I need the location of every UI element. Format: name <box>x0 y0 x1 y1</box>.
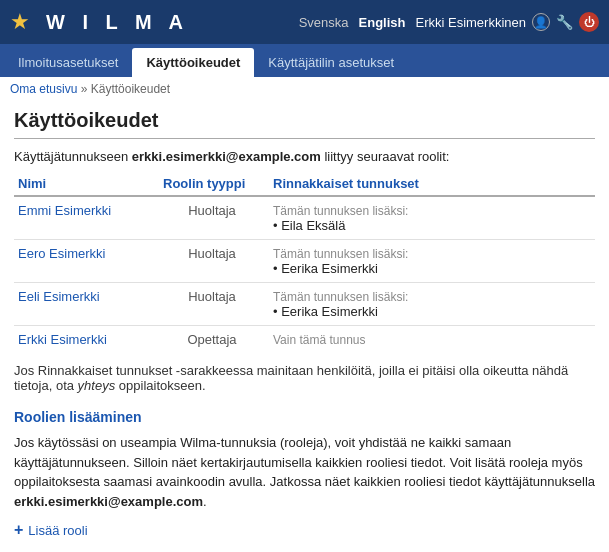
cell-role: Huoltaja <box>159 240 269 283</box>
wrench-icon[interactable]: 🔧 <box>556 14 573 30</box>
cell-name[interactable]: Eeli Esimerkki <box>14 283 159 326</box>
breadcrumb: Oma etusivu » Käyttöoikeudet <box>0 77 609 101</box>
plus-icon: + <box>14 521 23 539</box>
header-links: Svenska English Erkki Esimerkkinen 👤 🔧 ⏻ <box>299 12 599 32</box>
page-title: Käyttöoikeudet <box>14 109 595 139</box>
cell-parallel: Tämän tunnuksen lisäksi:• Eila Eksälä <box>269 196 595 240</box>
section-email: erkki.esimerkki@example.com <box>14 494 203 509</box>
breadcrumb-current: Käyttöoikeudet <box>91 82 170 96</box>
cell-role: Opettaja <box>159 326 269 354</box>
col-header-parallel: Rinnakkaiset tunnukset <box>269 172 595 196</box>
permissions-table: Nimi Roolin tyyppi Rinnakkaiset tunnukse… <box>14 172 595 353</box>
power-icon[interactable]: ⏻ <box>579 12 599 32</box>
parallel-info-text: Jos Rinnakkaiset tunnukset -sarakkeessa … <box>14 363 595 393</box>
breadcrumb-separator: » <box>81 82 88 96</box>
cell-name[interactable]: Erkki Esimerkki <box>14 326 159 354</box>
tab-kayttooikeudet[interactable]: Käyttöoikeudet <box>132 48 254 77</box>
header: ★ W I L M A Svenska English Erkki Esimer… <box>0 0 609 44</box>
cell-role: Huoltaja <box>159 196 269 240</box>
add-role-link[interactable]: + Lisää rooli <box>14 521 595 539</box>
tab-kayttajatilin-asetukset[interactable]: Käyttäjätilin asetukset <box>254 48 408 77</box>
cell-parallel: Tämän tunnuksen lisäksi:• Eerika Esimerk… <box>269 240 595 283</box>
add-role-label: Lisää rooli <box>28 523 87 538</box>
user-email: erkki.esimerkki@example.com <box>132 149 321 164</box>
cell-parallel: Vain tämä tunnus <box>269 326 595 354</box>
table-row: Emmi EsimerkkiHuoltajaTämän tunnuksen li… <box>14 196 595 240</box>
col-header-role: Roolin tyyppi <box>159 172 269 196</box>
table-row: Eeli EsimerkkiHuoltajaTämän tunnuksen li… <box>14 283 595 326</box>
cell-role: Huoltaja <box>159 283 269 326</box>
section-title: Roolien lisääminen <box>14 409 595 425</box>
cell-name[interactable]: Emmi Esimerkki <box>14 196 159 240</box>
star-icon: ★ <box>10 9 30 35</box>
app-title: W I L M A <box>46 11 189 34</box>
cell-name[interactable]: Eero Esimerkki <box>14 240 159 283</box>
intro-text: Käyttäjätunnukseen erkki.esimerkki@examp… <box>14 149 595 164</box>
tab-bar: Ilmoitusasetukset Käyttöoikeudet Käyttäj… <box>0 44 609 77</box>
section-body: Jos käytössäsi on useampia Wilma-tunnuks… <box>14 433 595 511</box>
breadcrumb-home[interactable]: Oma etusivu <box>10 82 77 96</box>
cell-parallel: Tämän tunnuksen lisäksi:• Eerika Esimerk… <box>269 283 595 326</box>
lang-sv-link[interactable]: Svenska <box>299 15 349 30</box>
col-header-name: Nimi <box>14 172 159 196</box>
logo: ★ <box>10 9 34 35</box>
main-content: Käyttöoikeudet Käyttäjätunnukseen erkki.… <box>0 101 609 552</box>
lang-en-link[interactable]: English <box>359 15 406 30</box>
user-icon[interactable]: 👤 <box>532 13 550 31</box>
user-name: Erkki Esimerkkinen 👤 🔧 ⏻ <box>415 12 599 32</box>
tab-ilmoitusasetukset[interactable]: Ilmoitusasetukset <box>4 48 132 77</box>
table-row: Erkki EsimerkkiOpettajaVain tämä tunnus <box>14 326 595 354</box>
table-row: Eero EsimerkkiHuoltajaTämän tunnuksen li… <box>14 240 595 283</box>
